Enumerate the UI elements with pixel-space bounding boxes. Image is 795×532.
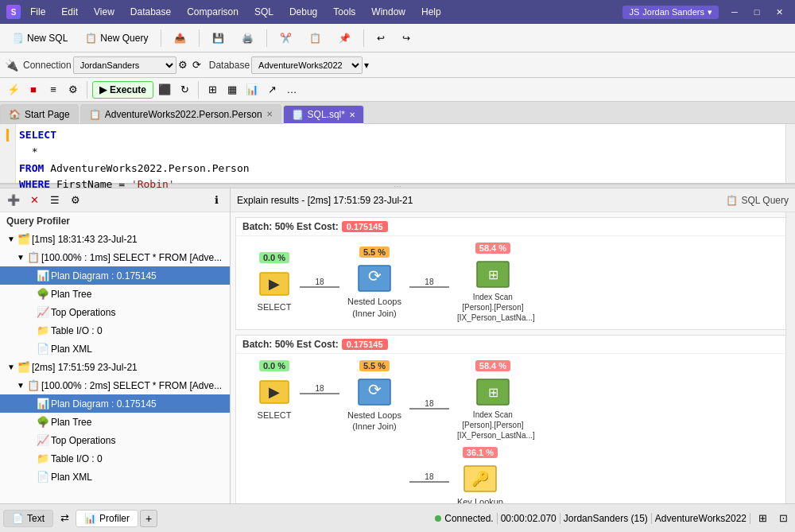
print-button[interactable]: 🖨️ xyxy=(235,29,261,47)
index-2-label: Index Scan [Person].[Person] [IX_Person_… xyxy=(457,410,529,441)
tree-plan-tree-1[interactable]: 🌳 Plan Tree xyxy=(0,285,230,303)
batch-header-2: Batch: 50% Est Cost: 0.175145 xyxy=(236,336,789,354)
menu-file[interactable]: File xyxy=(27,5,48,19)
index-2-icon: ⊞ xyxy=(475,375,510,410)
top-ops-icon-1: 📈 xyxy=(37,306,49,318)
keylookup-cost: 36.1 % xyxy=(463,447,498,458)
tab-profiler[interactable]: 📊 Profiler xyxy=(76,510,138,527)
redo-button[interactable]: ↪ xyxy=(395,29,417,47)
batch-box-2: Batch: 50% Est Cost: 0.175145 0.0 % ▶ xyxy=(235,335,790,503)
menu-database[interactable]: Database xyxy=(127,5,174,19)
nested-1-icon: ⟳ xyxy=(357,261,392,296)
tab-aw-label: AdventureWorks2022.Person.Person xyxy=(105,109,262,120)
tree-plan-diagram-2[interactable]: 📊 Plan Diagram : 0.175145 xyxy=(0,394,230,413)
table-io-2-label: Table I/O : 0 xyxy=(51,453,103,464)
tree-session-1[interactable]: ▼ 🗂️ [1ms] 18:31:43 23-Jul-21 xyxy=(0,230,230,248)
menu-view[interactable]: View xyxy=(91,5,118,19)
stop-execute-icon[interactable]: ⬛ xyxy=(156,81,173,99)
tree-query-1[interactable]: ▼ 📋 [100.00% : 1ms] SELECT * FROM [Adve.… xyxy=(0,248,230,266)
tree-plan-tree-2[interactable]: 🌳 Plan Tree xyxy=(0,413,230,431)
tree-table-io-1[interactable]: 📁 Table I/O : 0 xyxy=(0,321,230,340)
table-io-icon-1: 📁 xyxy=(37,324,49,336)
menu-debug[interactable]: Debug xyxy=(286,5,320,19)
conn-2-2: 18 xyxy=(409,399,449,410)
chart-icon[interactable]: 📊 xyxy=(243,81,261,99)
query-1-label: [100.00% : 1ms] SELECT * FROM [Adve... xyxy=(41,252,222,263)
paste-button[interactable]: 📌 xyxy=(332,29,358,47)
window-controls[interactable]: ─ □ ✕ xyxy=(725,4,789,20)
menu-help[interactable]: Help xyxy=(418,5,444,19)
conn-num-2-2: 18 xyxy=(425,399,433,408)
table-icon[interactable]: ⊞ xyxy=(204,81,221,99)
more-icon[interactable]: … xyxy=(283,81,301,99)
editor-content[interactable]: SELECT * FROM AdventureWorks2022.Person.… xyxy=(0,124,795,196)
nested-loops-node-1: 5.5 % ⟳ Nested Loops (Inner Join) xyxy=(347,247,401,319)
user-dropdown-icon[interactable]: ▾ xyxy=(708,7,712,17)
nested-1-label: Nested Loops (Inner Join) xyxy=(347,296,401,319)
options-icon[interactable]: ⚙ xyxy=(64,81,82,99)
close-button[interactable]: ✕ xyxy=(770,4,789,20)
expand-icon-s1: ▼ xyxy=(6,235,16,243)
minimize-button[interactable]: ─ xyxy=(725,4,744,20)
new-query-button[interactable]: 📋 New Query xyxy=(78,29,155,47)
layout-icon-2[interactable]: ⊡ xyxy=(774,510,792,527)
menu-bar[interactable]: File Edit View Database Comparison SQL D… xyxy=(27,5,444,19)
cut-button[interactable]: ✂️ xyxy=(273,29,299,47)
expand-icon-pt2 xyxy=(25,417,35,426)
maximize-button[interactable]: □ xyxy=(747,4,766,20)
database-select[interactable]: AdventureWorks2022 xyxy=(251,56,363,74)
connection-select[interactable]: JordanSanders xyxy=(73,56,176,74)
conn-2-1: 18 xyxy=(300,384,339,394)
export-button[interactable]: 📤 xyxy=(167,29,193,47)
database-label: Database xyxy=(209,60,250,71)
profiler-icon[interactable]: ⚡ xyxy=(5,81,22,99)
tree-query-2[interactable]: ▼ 📋 [100.00% : 2ms] SELECT * FROM [Adve.… xyxy=(0,376,230,394)
tree-top-ops-1[interactable]: 📈 Top Operations xyxy=(0,303,230,321)
toolbar1: 🗒️ New SQL 📋 New Query 📤 💾 🖨️ ✂️ 📋 📌 ↩ ↪ xyxy=(0,24,795,52)
plan-diagram-icon-1: 📊 xyxy=(37,270,49,282)
new-sql-button[interactable]: 🗒️ New SQL xyxy=(5,29,75,47)
refresh-icon[interactable]: ↻ xyxy=(176,81,193,99)
expand-icon-q2: ▼ xyxy=(16,381,25,390)
tab-aw-person[interactable]: 📋 AdventureWorks2022.Person.Person ✕ xyxy=(80,104,281,123)
layout-icon-1[interactable]: ⊞ xyxy=(754,510,771,527)
tab-sql[interactable]: 🗒️ SQL.sql* ✕ xyxy=(283,105,364,124)
plan-tree-icon-1: 🌳 xyxy=(37,288,49,300)
copy-button[interactable]: 📋 xyxy=(302,29,328,47)
tree-plan-xml-2[interactable]: 📄 Plan XML xyxy=(0,468,230,486)
conn-refresh-icon[interactable]: ⟳ xyxy=(192,59,201,71)
tab-sql-icon: 🗒️ xyxy=(292,109,304,120)
export2-icon[interactable]: ↗ xyxy=(263,81,281,99)
undo-button[interactable]: ↩ xyxy=(370,29,392,47)
db-dropdown-icon[interactable]: ▾ xyxy=(364,60,369,71)
execute-button[interactable]: ▶ Execute xyxy=(92,81,153,99)
stop-icon[interactable]: ■ xyxy=(25,81,42,99)
tree-session-2[interactable]: ▼ 🗂️ [2ms] 17:51:59 23-Jul-21 xyxy=(0,358,230,376)
save-button[interactable]: 💾 xyxy=(205,29,231,47)
tab-start-page[interactable]: 🏠 Start Page xyxy=(0,104,79,123)
editor-scrollbar[interactable] xyxy=(785,124,795,183)
results-scrollbar[interactable] xyxy=(785,212,795,503)
tree-table-io-2[interactable]: 📁 Table I/O : 0 xyxy=(0,449,230,468)
tree-top-ops-2[interactable]: 📈 Top Operations xyxy=(0,431,230,449)
tab-swap-button[interactable]: ⇄ xyxy=(55,509,74,528)
index-1-icon: ⊞ xyxy=(475,257,510,292)
grid-icon[interactable]: ▦ xyxy=(223,81,241,99)
tree-plan-xml-1[interactable]: 📄 Plan XML xyxy=(0,340,230,358)
batch-header-1: Batch: 50% Est Cost: 0.175145 xyxy=(236,218,789,236)
nested-2-cost: 5.5 % xyxy=(359,360,390,371)
menu-comparison[interactable]: Comparison xyxy=(184,5,242,19)
svg-text:⊞: ⊞ xyxy=(487,386,498,399)
tree-plan-diagram-1[interactable]: 📊 Plan Diagram : 0.175145 xyxy=(0,266,230,285)
index-1-cost: 58.4 % xyxy=(475,243,510,254)
tab-text[interactable]: 📄 Text xyxy=(3,510,53,527)
tab-sql-close[interactable]: ✕ xyxy=(349,111,355,119)
menu-sql[interactable]: SQL xyxy=(251,5,277,19)
menu-edit[interactable]: Edit xyxy=(58,5,81,19)
conn-config-icon[interactable]: ⚙ xyxy=(178,59,188,71)
menu-tools[interactable]: Tools xyxy=(330,5,359,19)
format-icon[interactable]: ≡ xyxy=(45,81,62,99)
add-tab-button[interactable]: + xyxy=(140,510,157,527)
menu-window[interactable]: Window xyxy=(368,5,409,19)
tab-aw-close[interactable]: ✕ xyxy=(266,110,273,118)
